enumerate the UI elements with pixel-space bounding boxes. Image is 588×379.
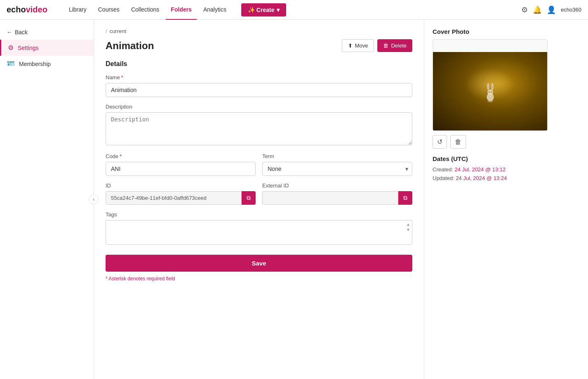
logo: echovideo xyxy=(7,5,47,14)
settings-icon[interactable]: ⚙ xyxy=(521,5,528,14)
name-label: Name * xyxy=(106,74,412,81)
code-label: Code * xyxy=(106,153,256,159)
user-icon[interactable]: 👤 xyxy=(547,5,556,14)
id-input xyxy=(106,191,242,205)
move-button[interactable]: ⬆ Move xyxy=(342,39,374,52)
sidebar-back-button[interactable]: ← Back xyxy=(0,25,94,40)
breadcrumb-separator: / xyxy=(106,28,107,34)
nav-library[interactable]: Library xyxy=(64,0,92,20)
create-button[interactable]: ✨ Create ▾ xyxy=(241,3,286,17)
id-label: ID xyxy=(106,182,256,189)
sidebar: ← Back ⚙ Settings 🪪 Membership ‹ xyxy=(0,20,94,379)
id-col: ID ⧉ xyxy=(106,182,256,211)
save-button[interactable]: Save xyxy=(106,255,412,272)
description-label: Description xyxy=(106,104,412,110)
term-field-group: Term None Fall 2024 Spring 2024 Summer 2… xyxy=(262,153,412,176)
external-id-field-group: External ID ⧉ xyxy=(262,182,412,205)
term-label: Term xyxy=(262,153,412,159)
name-field-group: Name * xyxy=(106,74,412,97)
bell-icon[interactable]: 🔔 xyxy=(533,5,542,14)
svg-point-1 xyxy=(487,90,493,95)
sidebar-membership-label: Membership xyxy=(19,61,51,67)
settings-sidebar-icon: ⚙ xyxy=(8,44,14,52)
id-row: ID ⧉ External ID ⧉ xyxy=(106,182,412,211)
scroll-up-icon[interactable]: ▲ xyxy=(406,222,410,227)
details-section-title: Details xyxy=(106,60,412,68)
cover-photo-title: Cover Photo xyxy=(433,28,548,35)
nav-links: Library Courses Collections Folders Anal… xyxy=(64,0,231,20)
svg-point-9 xyxy=(487,100,493,102)
code-required: * xyxy=(120,153,122,159)
name-input[interactable] xyxy=(106,83,412,97)
external-id-input[interactable] xyxy=(262,191,398,205)
id-input-wrap: ⧉ xyxy=(106,191,256,205)
description-field-group: Description xyxy=(106,104,412,147)
bunny-illustration xyxy=(478,79,503,104)
svg-point-5 xyxy=(492,84,493,89)
title-actions: ⬆ Move 🗑 Delete xyxy=(342,39,412,52)
svg-point-6 xyxy=(489,92,489,92)
term-select[interactable]: None Fall 2024 Spring 2024 Summer 2024 xyxy=(262,162,412,176)
external-id-col: External ID ⧉ xyxy=(262,182,412,211)
cover-replace-button[interactable]: ↺ xyxy=(433,135,447,149)
cover-photo-image xyxy=(433,52,547,130)
sidebar-item-membership[interactable]: 🪪 Membership xyxy=(0,56,94,72)
tags-scroll-controls: ▲ ▼ xyxy=(406,222,410,232)
cover-delete-button[interactable]: 🗑 xyxy=(450,135,466,149)
sidebar-collapse-button[interactable]: ‹ xyxy=(89,194,99,204)
right-panel: Cover Photo xyxy=(424,20,556,379)
created-label: Created: xyxy=(433,166,453,173)
tags-input[interactable]: ▲ ▼ xyxy=(106,220,412,245)
required-note: * Asterisk denotes required field xyxy=(106,276,412,282)
delete-button[interactable]: 🗑 Delete xyxy=(377,39,412,52)
delete-icon: 🗑 xyxy=(383,43,388,49)
tags-label: Tags xyxy=(106,211,412,218)
nav-right: ⚙ 🔔 👤 echo360 xyxy=(521,5,581,14)
main-form-area: / current Animation ⬆ Move 🗑 Delete xyxy=(94,20,424,379)
svg-point-8 xyxy=(490,93,491,93)
content-area: / current Animation ⬆ Move 🗑 Delete xyxy=(94,20,588,379)
id-copy-button[interactable]: ⧉ xyxy=(242,191,256,205)
nav-folders[interactable]: Folders xyxy=(166,0,197,20)
svg-point-7 xyxy=(491,92,492,92)
cover-photo-container xyxy=(433,39,548,131)
created-date-row: Created: 24 Jul, 2024 @ 13:12 xyxy=(433,166,548,173)
back-label: Back xyxy=(15,29,28,36)
external-id-label: External ID xyxy=(262,182,412,189)
created-value: 24 Jul, 2024 @ 13:12 xyxy=(455,166,506,173)
term-col: Term None Fall 2024 Spring 2024 Summer 2… xyxy=(262,153,412,182)
user-name: echo360 xyxy=(561,7,581,13)
external-id-copy-button[interactable]: ⧉ xyxy=(398,191,412,205)
updated-value: 24 Jul, 2024 @ 13:24 xyxy=(456,175,507,181)
breadcrumb-current[interactable]: current xyxy=(110,28,126,34)
sidebar-settings-label: Settings xyxy=(18,45,39,51)
updated-date-row: Updated: 24 Jul, 2024 @ 13:24 xyxy=(433,175,548,181)
code-term-row: Code * Term None Fall 2024 Sprin xyxy=(106,153,412,182)
page-title-row: Animation ⬆ Move 🗑 Delete xyxy=(106,39,412,52)
move-icon: ⬆ xyxy=(348,43,353,49)
logo-text: echovideo xyxy=(7,5,47,14)
cover-photo-placeholder xyxy=(433,40,547,52)
description-textarea[interactable] xyxy=(106,112,412,145)
name-required: * xyxy=(121,74,123,81)
main-layout: ← Back ⚙ Settings 🪪 Membership ‹ / curre… xyxy=(0,20,588,379)
page-title: Animation xyxy=(106,40,154,52)
sidebar-item-settings[interactable]: ⚙ Settings xyxy=(0,40,94,56)
breadcrumb: / current xyxy=(106,28,412,34)
nav-analytics[interactable]: Analytics xyxy=(198,0,231,20)
scroll-down-icon[interactable]: ▼ xyxy=(406,227,410,232)
dates-title: Dates (UTC) xyxy=(433,155,548,162)
nav-courses[interactable]: Courses xyxy=(93,0,125,20)
code-field-group: Code * xyxy=(106,153,256,176)
code-input[interactable] xyxy=(106,162,256,176)
membership-sidebar-icon: 🪪 xyxy=(7,60,15,68)
cover-actions: ↺ 🗑 xyxy=(433,135,548,149)
term-select-wrap: None Fall 2024 Spring 2024 Summer 2024 ▾ xyxy=(262,162,412,176)
top-navigation: echovideo Library Courses Collections Fo… xyxy=(0,0,588,20)
back-arrow-icon: ← xyxy=(7,29,12,36)
tags-field-group: Tags ▲ ▼ xyxy=(106,211,412,245)
id-field-group: ID ⧉ xyxy=(106,182,256,205)
nav-collections[interactable]: Collections xyxy=(126,0,164,20)
code-col: Code * xyxy=(106,153,256,182)
svg-point-3 xyxy=(487,84,489,89)
